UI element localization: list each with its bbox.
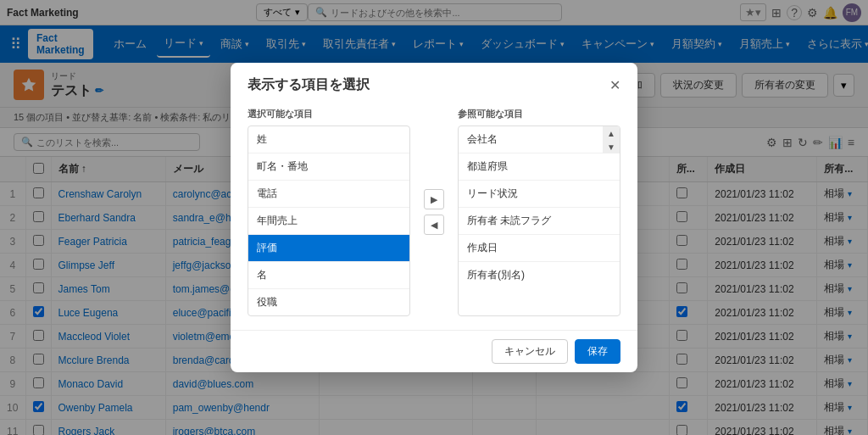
available-items-col: 選択可能な項目 姓町名・番地電話年間売上評価名役職 [248,108,410,316]
reference-item[interactable]: 作成日 [459,235,620,262]
available-item[interactable]: 名 [248,262,409,289]
modal-footer: キャンセル 保存 [231,330,637,372]
modal-save-button[interactable]: 保存 [575,339,620,364]
reference-item[interactable]: 所有者(別名) [459,262,620,288]
available-item[interactable]: 評価 [248,235,409,262]
available-item[interactable]: 電話 [248,181,409,208]
scroll-down-button[interactable]: ▼ [603,140,620,153]
move-right-button[interactable]: ▶ [424,189,444,209]
modal-title: 表示する項目を選択 [248,76,370,94]
available-col-title: 選択可能な項目 [248,108,410,120]
scroll-controls: ▲ ▼ [603,126,620,153]
reference-item[interactable]: 会社名 [459,126,620,153]
available-item[interactable]: 年間売上 [248,208,409,235]
reference-col-title: 参照可能な項目 [458,108,620,120]
modal-header: 表示する項目を選択 ✕ [231,63,637,101]
scroll-up-button[interactable]: ▲ [603,126,620,140]
available-items-list: 姓町名・番地電話年間売上評価名役職 [248,125,410,316]
reference-items-col: 参照可能な項目 会社名都道府県リード状況所有者 未読フラグ作成日所有者(別名) … [458,108,620,316]
modal-close-button[interactable]: ✕ [609,77,620,93]
modal-arrows: ▶ ◀ [424,108,444,316]
reference-item[interactable]: リード状況 [459,181,620,208]
modal-cancel-button[interactable]: キャンセル [492,339,568,364]
reference-items-list: 会社名都道府県リード状況所有者 未読フラグ作成日所有者(別名) ▲ ▼ [458,125,620,316]
column-select-modal: 表示する項目を選択 ✕ 選択可能な項目 姓町名・番地電話年間売上評価名役職 ▶ … [231,63,637,372]
reference-item[interactable]: 都道府県 [459,153,620,181]
available-item[interactable]: 役職 [248,289,409,315]
available-item[interactable]: 町名・番地 [248,153,409,181]
modal-body: 選択可能な項目 姓町名・番地電話年間売上評価名役職 ▶ ◀ 参照可能な項目 会社… [231,101,637,330]
available-item[interactable]: 姓 [248,126,409,153]
reference-item[interactable]: 所有者 未読フラグ [459,208,620,235]
move-left-button[interactable]: ◀ [424,215,444,235]
modal-overlay[interactable]: 表示する項目を選択 ✕ 選択可能な項目 姓町名・番地電話年間売上評価名役職 ▶ … [0,0,868,435]
